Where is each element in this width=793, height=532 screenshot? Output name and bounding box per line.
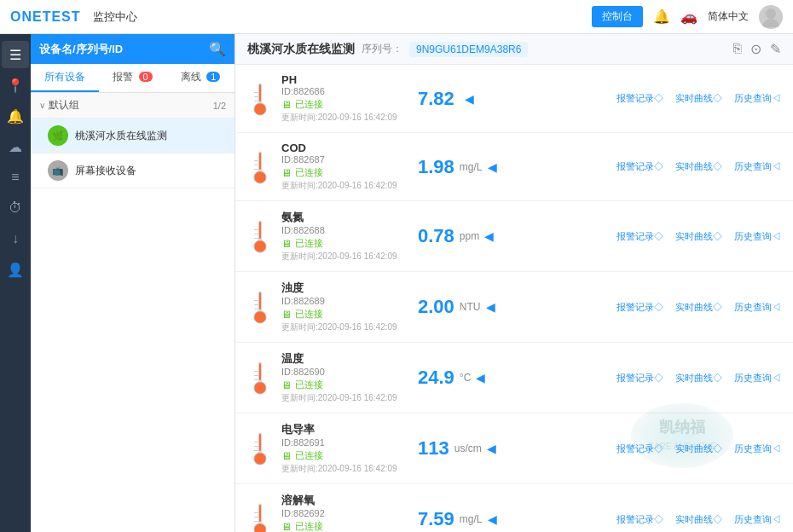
history-link-0-1[interactable]: 历史查询◁ [734,160,781,173]
update-time-0-5: 更新时间:2020-09-16 16:42:09 [281,463,409,475]
svg-rect-8 [259,153,261,170]
topbar: ONETEST 监控中心 控制台 🔔 🚗 简体中文 [0,0,793,34]
tab-offline[interactable]: 离线 1 [166,64,234,92]
alarm-link-0-6[interactable]: 报警记录◇ [616,513,663,526]
sensor-id-0-5: ID:882691 [281,437,409,448]
sensor-value-0-1: 1.98 mg/L ◀ [418,156,503,178]
sidebar-icon-location[interactable]: 📍 [2,72,29,99]
connection-status-0-6: 已连接 [295,520,323,532]
arrow-icon-0-6: ◀ [488,512,497,526]
svg-rect-36 [254,450,258,451]
sidebar-icon-download[interactable]: ↓ [2,225,29,252]
sensor-info-0-0: PH ID:882686 🖥 已连接 更新时间:2020-09-16 16:42… [281,73,409,124]
sensor-id-0-6: ID:882692 [281,508,409,518]
realtime-link-0-4[interactable]: 实时曲线◇ [675,372,722,385]
tab-alarm[interactable]: 报警 0 [99,64,167,92]
connection-status-0-1: 已连接 [295,166,323,179]
sensor-name-0-4: 温度 [281,351,409,367]
arrow-icon-0-1: ◀ [488,160,497,174]
device-tabs: 所有设备 报警 0 离线 1 [31,64,234,93]
realtime-link-0-0[interactable]: 实时曲线◇ [675,92,722,105]
sensor-info-0-5: 电导率 ID:882691 🖥 已连接 更新时间:2020-09-16 16:4… [281,422,409,475]
tab-all-devices[interactable]: 所有设备 [31,64,99,92]
svg-rect-26 [259,363,261,380]
svg-rect-10 [254,160,258,161]
sidebar-icon-cloud[interactable]: ☁ [2,133,29,160]
arrow-icon-0-0: ◀ [465,92,474,106]
sensor-unit-0-6: mg/L [460,513,483,525]
search-icon[interactable]: 🔍 [209,41,226,57]
sidebar-icon-menu[interactable]: ☰ [2,41,29,68]
sensor-links-0-0: 报警记录◇ 实时曲线◇ 历史查询◁ [616,92,781,105]
svg-point-33 [254,453,266,465]
thermometer-icon-0-0 [247,80,273,118]
control-btn[interactable]: 控制台 [592,6,643,27]
sensor-name-0-0: PH [281,73,409,86]
alarm-link-0-1[interactable]: 报警记录◇ [616,160,663,173]
alarm-link-0-4[interactable]: 报警记录◇ [616,372,663,385]
svg-rect-29 [254,375,258,376]
sidebar-icon-clock[interactable]: ⏱ [2,194,29,222]
svg-rect-5 [254,96,258,97]
connection-status-0-3: 已连接 [295,308,323,321]
lang-selector[interactable]: 简体中文 [708,9,749,24]
realtime-link-0-3[interactable]: 实时曲线◇ [675,301,722,314]
svg-rect-4 [254,92,258,93]
svg-rect-38 [259,505,261,522]
history-link-0-6[interactable]: 历史查询◁ [734,513,781,526]
svg-rect-32 [259,434,261,451]
sensor-info-0-3: 浊度 ID:882689 🖥 已连接 更新时间:2020-09-16 16:42… [281,280,409,333]
group-label: 默认组 [49,98,79,113]
realtime-link-0-1[interactable]: 实时曲线◇ [675,160,722,173]
monitor-icon-0-4: 🖥 [281,379,292,391]
device-name-1: 屏幕接收设备 [75,164,226,178]
alarm-link-0-2[interactable]: 报警记录◇ [616,230,663,243]
history-link-0-5[interactable]: 历史查询◁ [734,442,781,455]
sensor-status-0-5: 🖥 已连接 [281,449,409,462]
realtime-link-0-2[interactable]: 实时曲线◇ [675,230,722,243]
sensor-id-0-2: ID:882688 [281,225,409,235]
history-link-0-3[interactable]: 历史查询◁ [734,301,781,314]
sensor-unit-0-2: ppm [460,230,479,242]
alarm-link-0-0[interactable]: 报警记录◇ [616,92,663,105]
alarm-link-0-3[interactable]: 报警记录◇ [616,301,663,314]
settings-icon-0[interactable]: ✎ [770,41,781,57]
topbar-right: 控制台 🔔 🚗 简体中文 [592,5,783,29]
sensor-value-0-3: 2.00 NTU ◀ [418,296,503,318]
history-link-0-4[interactable]: 历史查询◁ [734,372,781,385]
avatar[interactable] [759,5,783,29]
device-item-0[interactable]: 🌿 桃溪河水质在线监测 [31,119,234,153]
sensor-status-0-3: 🖥 已连接 [281,308,409,321]
realtime-link-0-5[interactable]: 实时曲线◇ [675,442,722,455]
sensor-status-0-2: 🖥 已连接 [281,237,409,250]
edit-icon-0[interactable]: ⊙ [750,41,761,57]
sensor-row-0-6: 溶解氧 ID:882692 🖥 已连接 更新时间:2020-09-16 16:4… [235,484,793,532]
alarm-link-0-5[interactable]: 报警记录◇ [616,442,663,455]
car-icon[interactable]: 🚗 [680,9,697,25]
bell-icon[interactable]: 🔔 [653,9,670,25]
history-link-0-2[interactable]: 历史查询◁ [734,230,781,243]
svg-rect-41 [254,517,258,518]
sensor-value-0-5: 113 us/cm ◀ [418,437,503,460]
device-item-1[interactable]: 📺 屏幕接收设备 [31,153,234,188]
section-serial-label-0: 序列号： [362,42,402,56]
history-link-0-0[interactable]: 历史查询◁ [734,92,781,105]
svg-rect-42 [254,521,258,522]
monitor-icon-0-3: 🖥 [281,309,292,321]
connection-status-0-2: 已连接 [295,237,323,250]
realtime-link-0-6[interactable]: 实时曲线◇ [675,513,722,526]
sidebar-icon-bell[interactable]: 🔔 [2,102,29,130]
thermometer-icon-0-4 [247,359,273,396]
sensor-links-0-4: 报警记录◇ 实时曲线◇ 历史查询◁ [616,372,781,385]
svg-rect-23 [254,304,258,305]
copy-icon-0[interactable]: ⎘ [733,41,742,57]
sidebar-icon-user[interactable]: 👤 [2,256,29,283]
sensor-info-0-6: 溶解氧 ID:882692 🖥 已连接 更新时间:2020-09-16 16:4… [281,493,409,532]
arrow-icon-0-3: ◀ [486,300,495,314]
svg-rect-17 [254,234,258,234]
update-time-0-0: 更新时间:2020-09-16 16:42:09 [281,112,409,124]
sensor-num-0-3: 2.00 [418,296,454,318]
update-time-0-3: 更新时间:2020-09-16 16:42:09 [281,321,409,333]
device-group[interactable]: ∨ 默认组 1/2 [31,93,234,119]
sidebar-icon-list[interactable]: ≡ [2,164,29,191]
